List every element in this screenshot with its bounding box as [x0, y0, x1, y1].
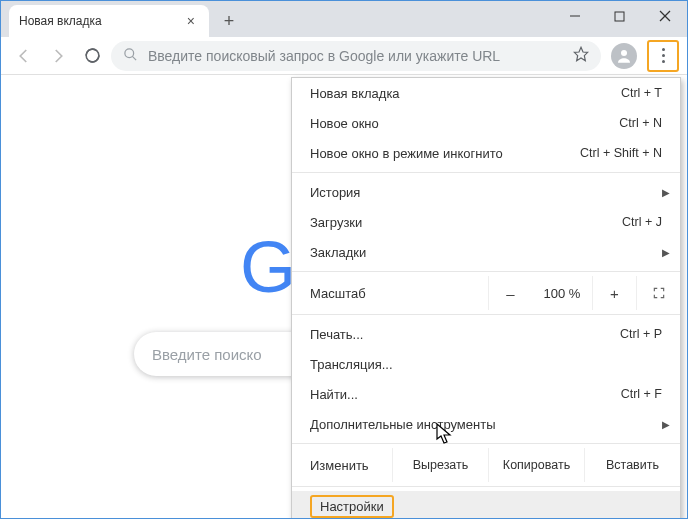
menu-button[interactable] [651, 44, 675, 68]
chrome-menu: Новая вкладка Ctrl + T Новое окно Ctrl +… [291, 77, 681, 519]
menu-shortcut: Ctrl + P [620, 327, 662, 341]
close-window-button[interactable] [642, 1, 687, 31]
paste-button[interactable]: Вставить [584, 448, 680, 482]
omnibox-placeholder: Введите поисковый запрос в Google или ук… [148, 48, 500, 64]
menu-item-cast[interactable]: Трансляция... [292, 349, 680, 379]
menu-label: Настройки [320, 499, 384, 514]
menu-shortcut: Ctrl + F [621, 387, 662, 401]
menu-label: История [310, 185, 662, 200]
menu-item-find[interactable]: Найти... Ctrl + F [292, 379, 680, 409]
menu-label: Загрузки [310, 215, 622, 230]
zoom-in-button[interactable]: + [592, 276, 636, 310]
window-controls [552, 1, 687, 31]
address-bar[interactable]: Введите поисковый запрос в Google или ук… [111, 41, 601, 71]
menu-item-incognito[interactable]: Новое окно в режиме инкогнито Ctrl + Shi… [292, 138, 680, 168]
menu-label: Дополнительные инструменты [310, 417, 662, 432]
submenu-arrow-icon: ▶ [662, 187, 670, 198]
settings-highlight: Настройки [310, 495, 394, 518]
menu-label: Найти... [310, 387, 621, 402]
minimize-button[interactable] [552, 1, 597, 31]
menu-item-edit: Изменить Вырезать Копировать Вставить [292, 448, 680, 482]
svg-point-7 [621, 50, 627, 56]
menu-item-new-window[interactable]: Новое окно Ctrl + N [292, 108, 680, 138]
menu-shortcut: Ctrl + N [619, 116, 662, 130]
menu-shortcut: Ctrl + J [622, 215, 662, 229]
zoom-value: 100 % [532, 286, 592, 301]
close-tab-icon[interactable]: × [183, 13, 199, 29]
forward-button[interactable] [43, 41, 73, 71]
menu-separator [292, 172, 680, 173]
toolbar: Введите поисковый запрос в Google или ук… [1, 37, 687, 75]
svg-point-4 [125, 48, 134, 57]
back-button[interactable] [9, 41, 39, 71]
bookmark-star-icon[interactable] [573, 46, 589, 65]
maximize-button[interactable] [597, 1, 642, 31]
menu-label: Изменить [292, 448, 392, 482]
svg-marker-6 [574, 47, 587, 60]
copy-button[interactable]: Копировать [488, 448, 584, 482]
reload-button[interactable] [77, 41, 107, 71]
profile-avatar[interactable] [611, 43, 637, 69]
menu-item-bookmarks[interactable]: Закладки ▶ [292, 237, 680, 267]
menu-button-highlight [647, 40, 679, 72]
fullscreen-button[interactable] [636, 276, 680, 310]
browser-tab[interactable]: Новая вкладка × [9, 5, 209, 37]
svg-rect-1 [615, 12, 624, 21]
menu-label: Новая вкладка [310, 86, 621, 101]
zoom-out-button[interactable]: – [488, 276, 532, 310]
menu-label: Новое окно в режиме инкогнито [310, 146, 580, 161]
menu-label: Масштаб [310, 286, 488, 301]
menu-separator [292, 486, 680, 487]
menu-item-history[interactable]: История ▶ [292, 177, 680, 207]
menu-separator [292, 271, 680, 272]
menu-item-new-tab[interactable]: Новая вкладка Ctrl + T [292, 78, 680, 108]
tab-title: Новая вкладка [19, 14, 102, 28]
titlebar: Новая вкладка × + [1, 1, 687, 37]
menu-item-settings[interactable]: Настройки [292, 491, 680, 519]
menu-label: Печать... [310, 327, 620, 342]
search-icon [123, 47, 138, 65]
menu-shortcut: Ctrl + T [621, 86, 662, 100]
menu-label: Закладки [310, 245, 662, 260]
menu-item-zoom: Масштаб – 100 % + [292, 276, 680, 310]
menu-separator [292, 443, 680, 444]
cut-button[interactable]: Вырезать [392, 448, 488, 482]
menu-item-more-tools[interactable]: Дополнительные инструменты ▶ [292, 409, 680, 439]
search-box-placeholder: Введите поиско [152, 346, 262, 363]
submenu-arrow-icon: ▶ [662, 419, 670, 430]
menu-separator [292, 314, 680, 315]
submenu-arrow-icon: ▶ [662, 247, 670, 258]
menu-label: Новое окно [310, 116, 619, 131]
menu-item-downloads[interactable]: Загрузки Ctrl + J [292, 207, 680, 237]
menu-shortcut: Ctrl + Shift + N [580, 146, 662, 160]
menu-item-print[interactable]: Печать... Ctrl + P [292, 319, 680, 349]
svg-line-5 [132, 56, 136, 60]
new-tab-button[interactable]: + [215, 7, 243, 35]
menu-label: Трансляция... [310, 357, 662, 372]
